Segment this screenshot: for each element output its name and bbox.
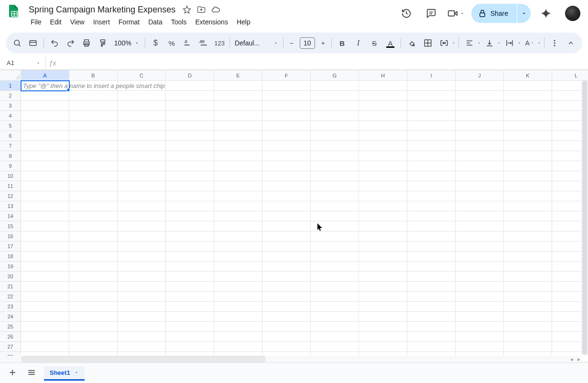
cell[interactable]	[21, 252, 69, 262]
cell[interactable]	[214, 322, 262, 332]
decrease-font-button[interactable]: −	[286, 36, 297, 50]
cell[interactable]	[118, 171, 166, 181]
cell[interactable]	[214, 171, 262, 181]
cell[interactable]	[69, 191, 118, 201]
cell[interactable]	[311, 272, 359, 282]
cell[interactable]	[118, 81, 166, 91]
sheet-tab-active[interactable]: Sheet1	[44, 366, 85, 381]
cell[interactable]	[21, 272, 69, 282]
cell[interactable]	[69, 141, 118, 151]
cell[interactable]	[69, 282, 118, 292]
cell[interactable]	[166, 121, 214, 131]
cell[interactable]	[311, 171, 359, 181]
cell[interactable]	[311, 81, 359, 91]
row-header[interactable]: 1	[0, 81, 21, 91]
cell[interactable]	[359, 171, 407, 181]
cell[interactable]	[359, 111, 407, 121]
cell[interactable]	[311, 312, 359, 322]
cell[interactable]	[359, 262, 407, 272]
cell[interactable]	[407, 282, 456, 292]
cell[interactable]	[456, 262, 504, 272]
cell[interactable]	[214, 221, 262, 231]
cell[interactable]	[504, 121, 552, 131]
cell[interactable]	[21, 332, 69, 342]
cell[interactable]	[262, 91, 311, 101]
cell[interactable]	[118, 221, 166, 231]
row-header[interactable]: 21	[0, 282, 21, 292]
cell[interactable]	[166, 231, 214, 241]
column-header[interactable]: A	[21, 70, 69, 81]
row-header[interactable]: 24	[0, 312, 21, 322]
cell[interactable]	[69, 131, 118, 141]
cell[interactable]	[262, 201, 311, 211]
cell[interactable]	[456, 191, 504, 201]
cell[interactable]	[311, 292, 359, 302]
cell[interactable]	[407, 221, 456, 231]
row-header[interactable]: 13	[0, 201, 21, 211]
cell[interactable]	[359, 141, 407, 151]
cell[interactable]	[118, 121, 166, 131]
cell[interactable]	[359, 211, 407, 221]
cell[interactable]	[262, 322, 311, 332]
cell[interactable]	[407, 302, 456, 312]
row-header[interactable]: 3	[0, 101, 21, 111]
cell[interactable]	[359, 241, 407, 252]
cell[interactable]	[262, 121, 311, 131]
cell[interactable]	[504, 81, 552, 91]
cell[interactable]	[214, 101, 262, 111]
cell[interactable]	[166, 332, 214, 342]
cell[interactable]	[118, 252, 166, 262]
cell[interactable]	[407, 201, 456, 211]
row-header[interactable]: 2	[0, 91, 21, 101]
cell[interactable]	[456, 81, 504, 91]
cell[interactable]	[359, 161, 407, 171]
spreadsheet-grid[interactable]: ABCDEFGHIJKL1Type "@" then a name to ins…	[0, 70, 588, 362]
cell[interactable]	[504, 322, 552, 332]
italic-button[interactable]: I	[350, 36, 366, 50]
move-icon[interactable]	[196, 5, 206, 14]
row-header[interactable]: 8	[0, 151, 21, 161]
cell[interactable]	[166, 302, 214, 312]
column-header[interactable]: B	[69, 70, 118, 81]
cell[interactable]	[262, 252, 311, 262]
cell[interactable]	[21, 131, 69, 141]
cell[interactable]	[311, 262, 359, 272]
cell[interactable]	[504, 101, 552, 111]
cell[interactable]	[504, 181, 552, 191]
cell[interactable]	[504, 252, 552, 262]
cell[interactable]	[456, 342, 504, 352]
cell[interactable]	[456, 211, 504, 221]
horizontal-scrollbar-track[interactable]	[0, 356, 581, 362]
cell[interactable]	[359, 292, 407, 302]
cell[interactable]	[69, 101, 118, 111]
cell[interactable]	[214, 241, 262, 252]
cell[interactable]	[456, 302, 504, 312]
row-header[interactable]: 25	[0, 322, 21, 332]
cell[interactable]	[359, 231, 407, 241]
cell[interactable]	[407, 141, 456, 151]
cell[interactable]	[214, 91, 262, 101]
cell[interactable]	[166, 241, 214, 252]
menu-tools[interactable]: Tools	[167, 16, 191, 28]
cell[interactable]	[456, 181, 504, 191]
cell[interactable]	[69, 161, 118, 171]
cell[interactable]	[407, 262, 456, 272]
cell[interactable]	[118, 191, 166, 201]
cell[interactable]	[311, 201, 359, 211]
cell[interactable]	[311, 131, 359, 141]
cell[interactable]	[214, 211, 262, 221]
cell[interactable]	[456, 101, 504, 111]
cell[interactable]	[118, 342, 166, 352]
cell[interactable]	[359, 252, 407, 262]
cell[interactable]	[214, 332, 262, 342]
cell[interactable]	[118, 131, 166, 141]
cell[interactable]	[21, 191, 69, 201]
strikethrough-button[interactable]: S	[367, 36, 382, 50]
cell[interactable]	[118, 302, 166, 312]
row-header[interactable]: 9	[0, 161, 21, 171]
cell[interactable]	[69, 262, 118, 272]
cell[interactable]	[118, 111, 166, 121]
cell[interactable]	[504, 231, 552, 241]
column-header[interactable]: E	[214, 70, 262, 81]
paint-format-button[interactable]	[95, 36, 110, 50]
